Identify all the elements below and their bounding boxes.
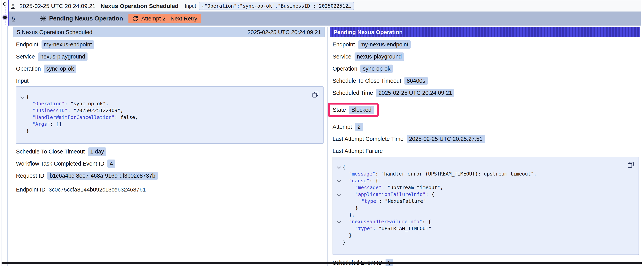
last-attempt-failure-json-viewer: {"message": "handler error (UPSTREAM_TIM…: [332, 157, 639, 255]
field-value-chip: nexus-playground: [354, 53, 404, 61]
event-input-preview-chip[interactable]: {"Operation":"sync-op-ok","BusinessID":"…: [199, 2, 354, 10]
copy-icon[interactable]: [312, 91, 319, 98]
pending-panel-title: Pending Nexus Operation: [334, 29, 403, 36]
field-endpoint-id: Endpoint ID 3c0c75ccfa8144b092c13ce63246…: [16, 185, 324, 194]
field-value-chip: nexus-playground: [38, 53, 88, 61]
field-workflow-task-completed-event-id: Workflow Task Completed Event ID 4: [16, 159, 324, 168]
retry-icon: [132, 15, 138, 22]
timeline-pending-marker-icon: [3, 16, 7, 19]
field-value-chip: b1c6a4bc-8ee7-468a-9169-df3b02c8737b: [47, 172, 158, 180]
code-line-text: "nexusHandlerFailureInfo": {: [343, 218, 431, 225]
code-line: }: [335, 205, 627, 211]
field-value-chip: sync-op-ok: [44, 65, 76, 73]
endpoint-id-link[interactable]: 3c0c75ccfa8144b092c13ce632463761: [49, 186, 146, 193]
copy-icon[interactable]: [627, 161, 634, 168]
code-line-gutter: [19, 93, 26, 98]
retry-badge-label: Attempt 2 · Next Retry: [141, 16, 197, 22]
field-label: Service: [16, 54, 35, 60]
code-line-text: "BusinessID": "20250225122409",: [26, 107, 124, 114]
code-line-text: "applicationFailureInfo": {: [343, 191, 434, 198]
field-label: Endpoint: [332, 41, 355, 48]
code-line-text: }: [343, 232, 352, 239]
detail-left-border: [7, 25, 8, 266]
collapse-chevron-icon[interactable]: [337, 179, 341, 182]
expanded-row-bottom-rule: [2, 262, 642, 264]
code-line-text: }: [343, 205, 358, 211]
pending-asterisk-icon: [39, 15, 47, 22]
code-line: "HandlerWaitForCancellation": false,: [19, 114, 312, 121]
code-line: {: [335, 164, 627, 170]
event-name: Nexus Operation Scheduled: [100, 3, 178, 9]
collapse-chevron-icon[interactable]: [337, 165, 341, 169]
code-line-text: "Args": []: [26, 121, 62, 128]
field-label: Service: [332, 54, 352, 60]
code-line: "type": "UPSTREAM_TIMEOUT": [335, 225, 627, 232]
code-line-text: {: [343, 164, 346, 170]
pending-panel-header: Pending Nexus Operation: [330, 27, 640, 37]
code-line: "message": "handler error (UPSTREAM_TIME…: [335, 170, 627, 177]
code-line-text: "HandlerWaitForCancellation": false,: [26, 114, 138, 121]
code-line-gutter: [335, 218, 343, 223]
field-operation: Operation sync-op-ok: [16, 65, 324, 73]
field-last-attempt-complete-time: Last Attempt Complete Time 2025-02-25 UT…: [332, 135, 639, 143]
scheduled-event-panel: 5 Nexus Operation Scheduled 2025-02-25 U…: [13, 27, 325, 197]
field-label: Operation: [332, 66, 357, 72]
field-label: Scheduled Time: [332, 90, 373, 96]
code-line-text: }: [343, 239, 346, 245]
event-history-table: 5 2025-02-25 UTC 20:24:09.21 Nexus Opera…: [2, 0, 641, 266]
field-value-chip: 86400s: [404, 77, 428, 85]
code-line: {: [19, 93, 312, 100]
pending-operation-panel: Pending Nexus Operation Endpoint my-nexu…: [328, 27, 640, 266]
code-line-text: },: [343, 211, 355, 218]
field-value-chip: my-nexus-endpoint: [42, 40, 94, 49]
field-label: Schedule To Close Timeout: [16, 148, 85, 155]
code-line-text: }: [26, 128, 29, 134]
event-id-link[interactable]: 5: [11, 3, 18, 9]
code-line-gutter: [335, 191, 343, 196]
code-line: "message": "upstream timeout",: [335, 184, 627, 191]
pending-id-link[interactable]: 5: [12, 15, 18, 22]
field-schedule-to-close-timeout: Schedule To Close Timeout 1 day: [16, 147, 324, 156]
scheduled-panel-time: 2025-02-25 UTC 20:24:09.21: [248, 29, 321, 36]
code-line: "nexusHandlerFailureInfo": {: [335, 218, 627, 225]
collapse-chevron-icon[interactable]: [337, 220, 341, 223]
code-line: },: [335, 211, 627, 218]
collapse-chevron-icon[interactable]: [20, 95, 24, 99]
code-line-gutter: [335, 177, 343, 182]
field-label: Schedule To Close Timeout: [332, 78, 401, 84]
field-label: Last Attempt Complete Time: [332, 136, 404, 142]
code-line: "type": "NexusFailure": [335, 198, 627, 205]
code-line: "applicationFailureInfo": {: [335, 191, 627, 198]
event-detail-panel: 5 Nexus Operation Scheduled 2025-02-25 U…: [8, 26, 641, 266]
state-value-chip: Blocked: [349, 106, 374, 114]
code-line-text: "Operation": "sync-op-ok",: [26, 100, 108, 107]
event-detail-key: Input: [185, 3, 196, 9]
code-line: }: [19, 128, 312, 134]
code-line-text: "type": "NexusFailure": [343, 198, 426, 205]
collapse-chevron-icon[interactable]: [337, 192, 341, 196]
code-line: "cause": {: [335, 177, 627, 184]
code-line: }: [335, 239, 627, 245]
code-line-text: "message": "upstream timeout",: [343, 184, 443, 191]
field-endpoint: Endpoint my-nexus-endpoint: [332, 40, 639, 49]
event-timestamp: 2025-02-25 UTC 20:24:09.21: [20, 3, 98, 9]
field-endpoint: Endpoint my-nexus-endpoint: [16, 40, 324, 49]
code-line-text: {: [26, 93, 29, 100]
field-label: Workflow Task Completed Event ID: [16, 160, 104, 167]
field-scheduled-time: Scheduled Time 2025-02-25 UTC 20:24:09.2…: [332, 89, 639, 97]
scheduled-panel-title: 5 Nexus Operation Scheduled: [17, 29, 92, 36]
field-value-chip: 1 day: [88, 147, 106, 156]
field-label: Operation: [16, 66, 41, 72]
code-line: "BusinessID": "20250225122409",: [19, 107, 312, 114]
timeline-event-marker-icon: [3, 2, 6, 6]
field-label: Attempt: [332, 124, 352, 130]
field-request-id: Request ID b1c6a4bc-8ee7-468a-9169-df3b0…: [16, 172, 324, 180]
pending-nexus-operation-row[interactable]: 5 Pending Nexus Operation Attempt 2 · Ne…: [8, 12, 641, 26]
field-value-chip: 2025-02-25 UTC 20:25:27.51: [406, 135, 485, 143]
code-line: "Args": []: [19, 121, 312, 128]
code-line-text: "type": "UPSTREAM_TIMEOUT": [343, 225, 431, 232]
retry-attempt-badge: Attempt 2 · Next Retry: [128, 14, 201, 24]
event-row-nexus-operation-scheduled[interactable]: 5 2025-02-25 UTC 20:24:09.21 Nexus Opera…: [8, 1, 641, 12]
scheduled-event-panel-header: 5 Nexus Operation Scheduled 2025-02-25 U…: [13, 27, 325, 37]
field-label: Endpoint ID: [16, 186, 46, 193]
